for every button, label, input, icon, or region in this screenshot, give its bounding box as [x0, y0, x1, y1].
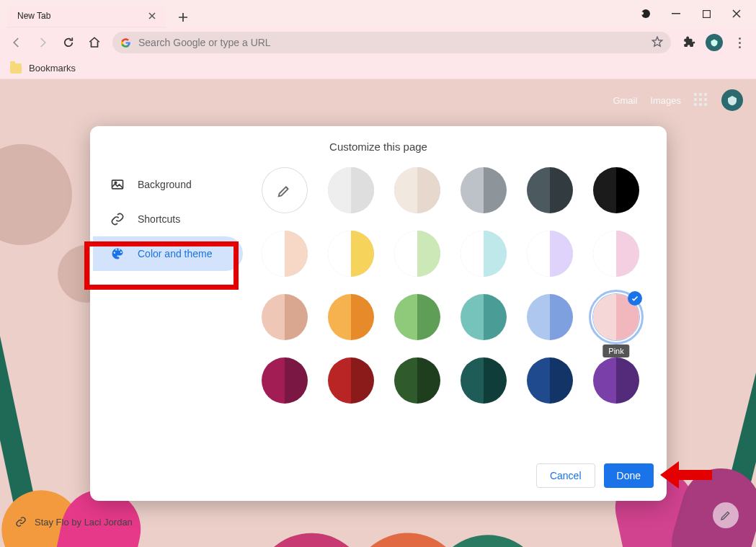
back-button[interactable]: [4, 30, 29, 55]
bookmarks-folder-label: Bookmarks: [29, 63, 76, 74]
sidebar-item-color-and-theme[interactable]: Color and theme: [93, 236, 243, 271]
chrome-menu-button[interactable]: [727, 30, 752, 55]
image-icon: [110, 177, 125, 192]
omnibox[interactable]: Search Google or type a URL: [112, 32, 671, 53]
home-button[interactable]: [82, 30, 107, 55]
account-avatar[interactable]: [721, 89, 743, 111]
browser-tab[interactable]: New Tab: [7, 4, 166, 27]
customize-dialog: Customize this page Background Shortcuts: [90, 126, 667, 501]
color-swatch[interactable]: [328, 167, 374, 213]
bookmark-star-button[interactable]: [651, 35, 664, 50]
gmail-link[interactable]: Gmail: [613, 95, 637, 106]
color-swatch[interactable]: [328, 294, 374, 340]
bookmarks-folder[interactable]: Bookmarks: [10, 63, 76, 74]
sidebar-item-label: Background: [138, 179, 192, 190]
color-swatch[interactable]: [394, 167, 440, 213]
color-swatch[interactable]: Pink: [593, 294, 639, 340]
color-swatch[interactable]: [328, 357, 374, 404]
color-swatch[interactable]: [527, 357, 573, 404]
color-swatch-grid: Pink: [262, 167, 646, 404]
svg-point-4: [115, 182, 117, 184]
folder-icon: [10, 63, 22, 74]
color-swatch[interactable]: [593, 231, 639, 277]
reload-button[interactable]: [56, 30, 81, 55]
cancel-button[interactable]: Cancel: [536, 463, 595, 488]
browser-toolbar: Search Google or type a URL: [0, 27, 756, 58]
sidebar-item-label: Color and theme: [138, 248, 213, 259]
color-swatch[interactable]: [328, 231, 374, 277]
sidebar-item-background[interactable]: Background: [93, 167, 243, 202]
color-picker-swatch[interactable]: [262, 167, 308, 213]
dialog-sidebar: Background Shortcuts Color and theme: [90, 159, 249, 453]
palette-icon: [110, 246, 125, 261]
color-swatch[interactable]: [527, 167, 573, 213]
wallpaper-credit-text: Stay Flo by Laci Jordan: [35, 517, 133, 528]
check-icon: [628, 291, 642, 306]
link-icon: [110, 212, 125, 226]
link-icon: [14, 515, 27, 528]
color-swatch[interactable]: [527, 231, 573, 277]
incognito-indicator-icon: [631, 3, 661, 25]
swatch-tooltip: Pink: [602, 344, 629, 357]
color-swatch[interactable]: [527, 294, 573, 340]
color-swatch[interactable]: [394, 294, 440, 340]
color-swatch[interactable]: [593, 167, 639, 213]
omnibox-placeholder: Search Google or type a URL: [138, 37, 651, 48]
color-swatch[interactable]: [593, 357, 639, 404]
svg-rect-2: [703, 10, 710, 17]
forward-button[interactable]: [30, 30, 55, 55]
svg-rect-1: [672, 13, 680, 14]
color-swatch[interactable]: [461, 294, 507, 340]
window-maximize-button[interactable]: [691, 3, 721, 25]
done-button[interactable]: Done: [604, 463, 654, 488]
new-tab-button[interactable]: [173, 7, 193, 27]
google-icon: [120, 37, 131, 48]
tab-close-button[interactable]: [146, 9, 159, 22]
window-close-button[interactable]: [721, 3, 752, 25]
color-swatch[interactable]: [461, 167, 507, 213]
bookmarks-bar: Bookmarks: [0, 58, 756, 79]
extensions-button[interactable]: [677, 30, 701, 55]
color-swatch[interactable]: [262, 231, 308, 277]
color-swatch[interactable]: [461, 231, 507, 277]
profile-avatar-button[interactable]: [706, 34, 723, 51]
sidebar-item-shortcuts[interactable]: Shortcuts: [93, 202, 243, 236]
color-swatch[interactable]: [394, 231, 440, 277]
google-apps-button[interactable]: [694, 93, 708, 107]
color-swatch[interactable]: [262, 357, 308, 404]
window-minimize-button[interactable]: [661, 3, 691, 25]
color-swatch[interactable]: [461, 357, 507, 404]
tab-title: New Tab: [17, 11, 146, 21]
wallpaper-credit[interactable]: Stay Flo by Laci Jordan: [14, 515, 133, 528]
images-link[interactable]: Images: [650, 95, 681, 106]
sidebar-item-label: Shortcuts: [138, 213, 180, 225]
color-swatch[interactable]: [394, 357, 440, 404]
customize-page-button[interactable]: [713, 502, 739, 528]
color-swatch[interactable]: [262, 294, 308, 340]
dialog-title: Customize this page: [90, 126, 667, 159]
